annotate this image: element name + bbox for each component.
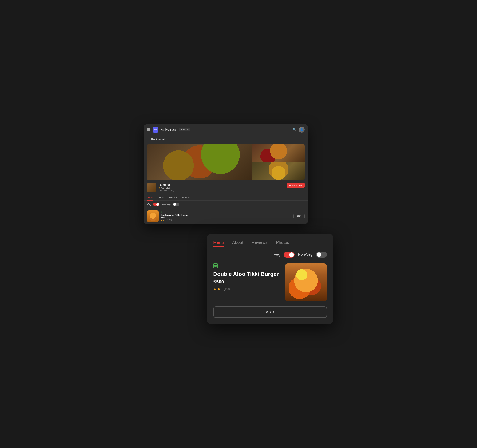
- photo-grid: [147, 144, 305, 180]
- detail-review-count: (120): [224, 287, 231, 291]
- veg-dot: [161, 211, 162, 213]
- nonveg-toggle-knob: [173, 203, 176, 206]
- scene: </> NativeBase Startup+ 🔍 👤 ← Restaurant: [144, 124, 333, 324]
- distance-text: 15 min (1.3 kms): [158, 189, 174, 192]
- bottom-veg-toggle[interactable]: [284, 252, 295, 258]
- restaurant-thumbnail: [147, 183, 156, 192]
- menu-item-image: [147, 210, 159, 222]
- content-area: ← Restaurant: [144, 135, 308, 224]
- app-name: NativeBase: [161, 128, 177, 131]
- bottom-veg-label: Veg: [274, 252, 280, 257]
- burger-image-large: [285, 263, 327, 301]
- menu-item-info: Double Aloo Tikki Burger ₹500 ★ 4.9 (120…: [161, 211, 291, 221]
- bottom-card: Menu About Reviews Photos Veg Non-Veg Do…: [207, 234, 333, 324]
- breadcrumb-label: Restaurant: [151, 138, 165, 141]
- top-card: </> NativeBase Startup+ 🔍 👤 ← Restaurant: [144, 124, 308, 224]
- breadcrumb: ← Restaurant: [144, 135, 308, 144]
- header-right: 🔍 👤: [293, 127, 305, 133]
- menu-item-detail-info: Double Aloo Tikki Burger ₹500 ★ 4.9 (120…: [213, 263, 280, 292]
- logo-icon: </>: [153, 127, 158, 133]
- bottom-veg-knob: [289, 252, 294, 257]
- item-rating: ★ 4.9 (120): [161, 219, 291, 221]
- header-bar: </> NativeBase Startup+ 🔍 👤: [144, 124, 308, 135]
- item-name: Double Aloo Tikki Burger: [161, 214, 291, 216]
- toggle-row: Veg Non-Veg: [144, 201, 308, 208]
- veg-indicator-small: [161, 211, 163, 213]
- back-arrow-icon[interactable]: ←: [147, 138, 150, 141]
- btab-reviews[interactable]: Reviews: [251, 240, 268, 247]
- bottom-nonveg-toggle[interactable]: [316, 252, 327, 258]
- menu-item: Double Aloo Tikki Burger ₹500 ★ 4.9 (120…: [144, 208, 308, 224]
- photo-top-right: [252, 144, 305, 162]
- bottom-nonveg-knob: [317, 252, 321, 257]
- veg-toggle-knob: [156, 203, 159, 206]
- detail-item-price: ₹500: [213, 279, 280, 285]
- detail-star-icon: ★: [213, 287, 217, 291]
- add-button-large[interactable]: ADD: [213, 306, 327, 318]
- btab-photos[interactable]: Photos: [276, 240, 289, 247]
- restaurant-info: Taj Hotel ★ 4.9 (120) 15 min (1.3 kms) D…: [144, 180, 308, 195]
- rating-value: 4.9: [161, 187, 164, 189]
- restaurant-left: Taj Hotel ★ 4.9 (120) 15 min (1.3 kms): [147, 183, 174, 192]
- veg-indicator-large: [213, 263, 218, 268]
- tab-photos[interactable]: Photos: [182, 195, 190, 200]
- nonveg-label: Non-Veg: [161, 203, 171, 206]
- detail-rating-value: 4.9: [218, 287, 222, 291]
- bottom-toggle-row: Veg Non-Veg: [213, 252, 327, 258]
- veg-dot-large: [214, 264, 217, 267]
- bottom-nonveg-label: Non-Veg: [298, 252, 313, 257]
- restaurant-details: Taj Hotel ★ 4.9 (120) 15 min (1.3 kms): [158, 183, 174, 192]
- burger-thumbnail: [147, 210, 159, 222]
- detail-item-name: Double Aloo Tikki Burger: [213, 271, 280, 278]
- search-icon[interactable]: 🔍: [293, 128, 296, 131]
- food-image-2: [252, 144, 305, 162]
- tab-about[interactable]: About: [158, 195, 164, 200]
- veg-toggle[interactable]: [153, 203, 160, 206]
- review-count: (120): [165, 187, 170, 189]
- item-price: ₹500: [161, 216, 291, 219]
- detail-rating: ★ 4.9 (120): [213, 287, 280, 291]
- stars-row: ★ 4.9 (120): [158, 187, 174, 189]
- menu-item-detail: Double Aloo Tikki Burger ₹500 ★ 4.9 (120…: [213, 263, 327, 301]
- avatar[interactable]: 👤: [299, 127, 305, 133]
- tabs-row: Menu About Reviews Photos: [144, 195, 308, 201]
- star-icon: ★: [158, 187, 160, 189]
- btab-menu[interactable]: Menu: [213, 240, 224, 247]
- burger-image-container: [285, 263, 327, 301]
- directions-button[interactable]: DIRECTIONS: [287, 183, 305, 188]
- food-image-1: [147, 144, 252, 180]
- photo-main: [147, 144, 252, 180]
- tab-menu[interactable]: Menu: [147, 195, 153, 200]
- hamburger-menu-icon[interactable]: [147, 128, 150, 131]
- photo-bottom-right: [252, 162, 305, 180]
- btab-about[interactable]: About: [232, 240, 243, 247]
- veg-label: Veg: [147, 203, 151, 206]
- restaurant-name: Taj Hotel: [158, 183, 174, 186]
- tab-reviews[interactable]: Reviews: [168, 195, 178, 200]
- bottom-tabs: Menu About Reviews Photos: [213, 240, 327, 247]
- header-left: </> NativeBase Startup+: [147, 127, 191, 133]
- nonveg-toggle[interactable]: [173, 203, 179, 206]
- food-image-3: [252, 162, 305, 180]
- add-button-small[interactable]: ADD: [293, 214, 305, 218]
- avatar-initials: 👤: [300, 128, 303, 131]
- app-badge: Startup+: [179, 128, 191, 131]
